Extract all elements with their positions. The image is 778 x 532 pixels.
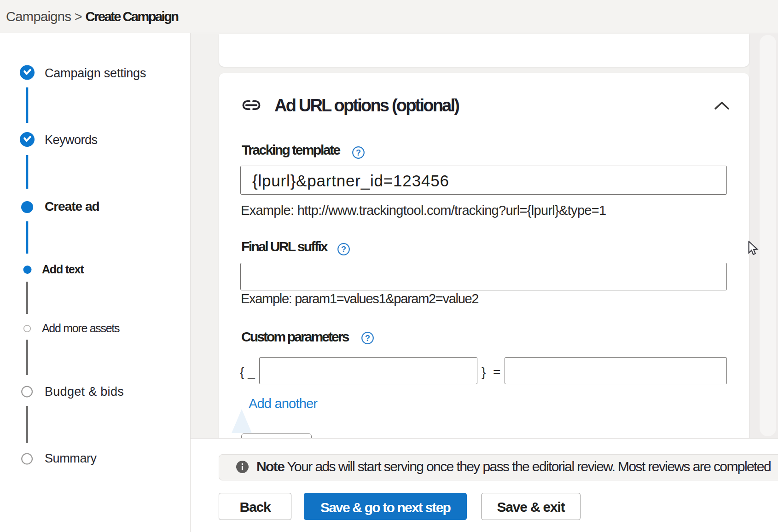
svg-text:?: ?	[341, 245, 346, 254]
svg-text:?: ?	[356, 148, 361, 157]
svg-text:?: ?	[365, 334, 370, 343]
